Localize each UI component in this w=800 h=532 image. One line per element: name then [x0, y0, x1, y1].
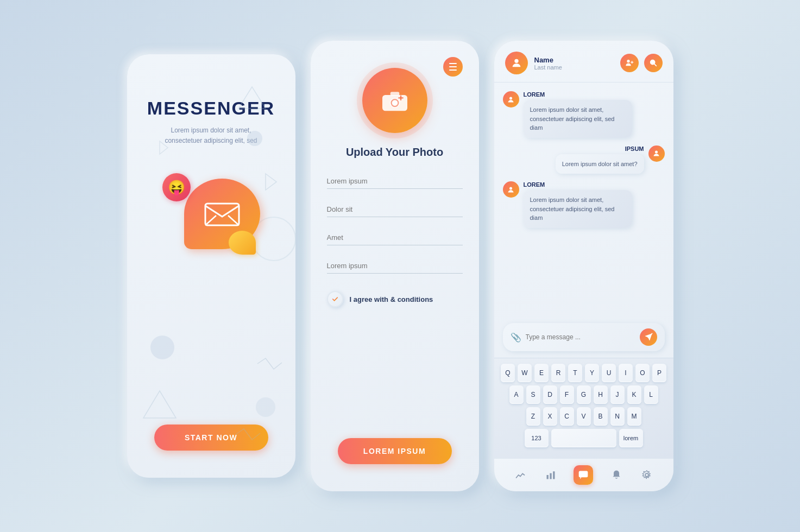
keyboard-row-4: 123 lorem	[499, 429, 669, 447]
field-lorem-ipsum[interactable]	[327, 174, 463, 189]
svg-point-22	[655, 151, 658, 154]
svg-point-15	[514, 59, 518, 63]
key-b[interactable]: B	[594, 407, 608, 426]
key-x[interactable]: X	[543, 407, 557, 426]
keyboard-row-3: Z X C V B N M	[499, 407, 669, 426]
svg-point-23	[509, 187, 512, 189]
svg-point-4	[256, 397, 275, 417]
key-f[interactable]: F	[560, 385, 574, 404]
user-avatar	[505, 52, 528, 74]
upload-photo-screen: Upload Your Photo I agree with & conditi…	[311, 41, 479, 491]
nav-chat[interactable]	[574, 465, 593, 485]
key-k[interactable]: K	[627, 385, 641, 404]
chat-body: LOREM Lorem ipsum dolor sit amet, consec…	[494, 83, 673, 316]
chat-icon	[578, 470, 589, 480]
key-d[interactable]: D	[543, 385, 557, 404]
svg-rect-12	[390, 92, 399, 96]
svg-rect-27	[579, 471, 588, 478]
svg-rect-8	[205, 204, 239, 225]
key-o[interactable]: O	[635, 364, 650, 382]
nav-settings[interactable]	[639, 467, 654, 483]
agree-label: I agree with & conditions	[350, 295, 433, 303]
menu-button[interactable]	[443, 57, 463, 77]
key-g[interactable]: G	[577, 385, 591, 404]
chat-header: Name Last name	[494, 41, 673, 83]
nav-bell[interactable]	[609, 467, 624, 483]
msg-sender: LOREM	[524, 181, 632, 188]
key-m[interactable]: M	[627, 407, 641, 426]
msg-avatar	[503, 91, 519, 107]
hero-icon-area: 😝	[162, 162, 260, 249]
nav-bar-chart[interactable]	[543, 467, 558, 483]
message-row: LOREM Lorem ipsum dolor sit amet, consec…	[503, 181, 665, 228]
key-w[interactable]: W	[518, 364, 532, 382]
svg-point-21	[509, 97, 512, 99]
start-now-button[interactable]: START NOW	[154, 425, 268, 451]
key-r[interactable]: R	[551, 364, 565, 382]
msg-sender: LOREM	[524, 91, 632, 98]
msg-bubble: Lorem ipsum dolor sit amet, consectetuer…	[524, 100, 632, 138]
svg-rect-25	[550, 473, 551, 479]
menu-line	[449, 63, 457, 64]
search-button[interactable]	[644, 54, 663, 72]
key-y[interactable]: Y	[585, 364, 599, 382]
key-q[interactable]: Q	[501, 364, 515, 382]
field-lorem-ipsum-2[interactable]	[327, 258, 463, 274]
attach-icon[interactable]: 📎	[511, 332, 521, 343]
svg-rect-26	[553, 471, 555, 479]
camera-icon	[380, 88, 410, 113]
keyboard: Q W E R T Y U I O P A S D F G H J K L Z …	[494, 358, 673, 458]
key-e[interactable]: E	[534, 364, 549, 382]
message-input-row: 📎	[503, 323, 665, 351]
key-t[interactable]: T	[568, 364, 582, 382]
submit-button[interactable]: LOREM IPSUM	[338, 438, 452, 464]
chat-screen: Name Last name	[494, 41, 673, 491]
svg-marker-1	[143, 391, 176, 418]
key-s[interactable]: S	[526, 385, 540, 404]
key-h[interactable]: H	[594, 385, 608, 404]
add-user-icon	[625, 59, 634, 67]
key-n[interactable]: N	[610, 407, 625, 426]
upload-photo-button[interactable]	[362, 68, 427, 133]
header-actions	[620, 54, 663, 72]
nav-chart-line[interactable]	[513, 467, 528, 483]
app-title: MESSENGER	[147, 98, 275, 119]
key-j[interactable]: J	[610, 385, 625, 404]
key-v[interactable]: V	[577, 407, 591, 426]
bell-icon	[611, 470, 622, 480]
search-icon	[649, 59, 658, 67]
message-row: IPSUM Lorem ipsum dolor sit amet?	[503, 145, 665, 174]
key-lorem[interactable]: lorem	[619, 429, 643, 447]
message-input[interactable]	[526, 333, 635, 341]
add-user-button[interactable]	[620, 54, 639, 72]
msg-content: IPSUM Lorem ipsum dolor sit amet?	[556, 145, 644, 174]
field-dolor-sit[interactable]	[327, 202, 463, 217]
msg-avatar	[648, 145, 665, 162]
key-i[interactable]: I	[619, 364, 633, 382]
key-p[interactable]: P	[652, 364, 666, 382]
registration-form: I agree with & conditions	[327, 174, 463, 307]
svg-point-3	[150, 335, 174, 359]
menu-line	[449, 66, 457, 67]
emoji-icon: 😝	[162, 173, 191, 201]
menu-line	[449, 69, 457, 71]
key-a[interactable]: A	[509, 385, 524, 404]
splash-subtitle: Lorem ipsum dolor sit amet, consectetuer…	[162, 125, 260, 146]
keyboard-row-1: Q W E R T Y U I O P	[499, 364, 669, 382]
key-u[interactable]: U	[602, 364, 616, 382]
key-z[interactable]: Z	[526, 407, 540, 426]
msg-bubble: Lorem ipsum dolor sit amet?	[556, 154, 644, 174]
key-123[interactable]: 123	[525, 429, 549, 447]
key-c[interactable]: C	[560, 407, 574, 426]
svg-rect-24	[547, 475, 549, 479]
agree-row: I agree with & conditions	[327, 291, 463, 307]
svg-point-28	[645, 473, 648, 477]
agree-checkbox[interactable]	[327, 291, 343, 307]
send-button[interactable]	[640, 328, 657, 346]
field-amet[interactable]	[327, 230, 463, 245]
splash-screen: MESSENGER Lorem ipsum dolor sit amet, co…	[127, 54, 295, 478]
key-l[interactable]: L	[644, 385, 658, 404]
upload-title: Upload Your Photo	[346, 146, 443, 159]
key-space[interactable]	[551, 429, 616, 447]
msg-avatar	[503, 181, 519, 198]
